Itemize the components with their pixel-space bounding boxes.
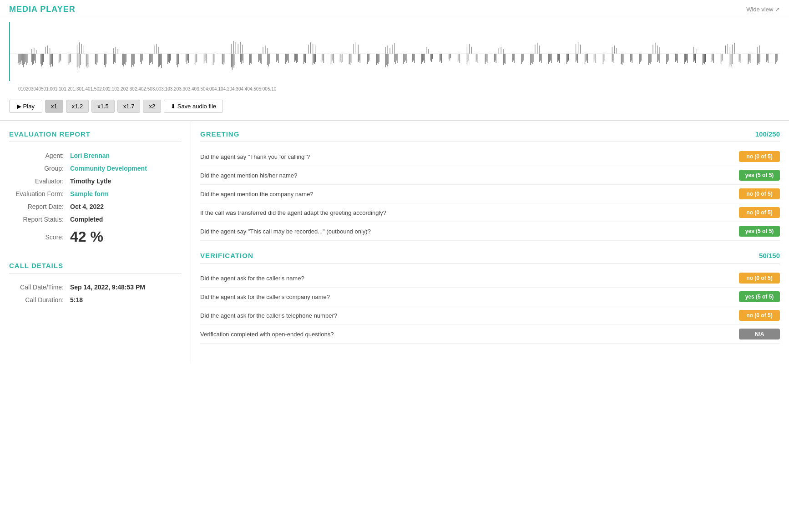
timeline-label: 4:00 [206, 86, 214, 91]
media-player-title: MEDIA PLAYER [9, 5, 76, 14]
timeline-label: 30 [31, 86, 36, 91]
timeline-label: 20 [26, 86, 31, 91]
media-player-header: MEDIA PLAYER Wide view ↗ [0, 0, 789, 17]
speed-x1-7-button[interactable]: x1.7 [117, 100, 141, 113]
timeline-label: 3:50 [197, 86, 205, 91]
waveform-svg [9, 22, 780, 86]
greeting-header: GREETING 100/250 [200, 130, 780, 142]
timeline-label: 3:00 [152, 86, 161, 91]
field-label: Call Date/Time: [9, 281, 68, 294]
playhead [9, 22, 10, 81]
table-row: Call Duration: 5:18 [9, 294, 182, 306]
evaluation-report-section: EVALUATION REPORT Agent: Lori Brennan Gr… [9, 130, 182, 248]
call-datetime-value: Sep 14, 2022, 9:48:53 PM [70, 284, 145, 291]
verification-q2: Did the agent ask for the caller's compa… [200, 288, 780, 306]
field-label: Call Duration: [9, 294, 68, 306]
table-row: Evaluation Form: Sample form [9, 187, 182, 200]
waveform-canvas[interactable] [9, 22, 780, 86]
field-label: Score: [9, 226, 68, 248]
verification-q2-badge: yes (5 of 5) [739, 291, 780, 302]
verification-q1-badge: no (0 of 5) [739, 273, 780, 284]
greeting-q5-text: Did the agent say "This call may be reco… [200, 228, 739, 235]
evaluator-value: Timothy Lytle [70, 177, 111, 185]
wide-view-link[interactable]: Wide view ↗ [746, 6, 780, 13]
field-label: Evaluator: [9, 175, 68, 187]
field-label: Agent: [9, 149, 68, 162]
verification-q1-text: Did the agent ask for the caller's name? [200, 275, 739, 282]
controls-bar: ▶ Play x1 x1.2 x1.5 x1.7 x2 ⬇ Save audio… [0, 95, 789, 121]
timeline-label: 1:50 [91, 86, 99, 91]
timeline-label: 4:50 [250, 86, 258, 91]
timeline-label: 2:10 [108, 86, 116, 91]
table-row: Report Status: Completed [9, 213, 182, 226]
speed-x2-button[interactable]: x2 [143, 100, 161, 113]
right-panel: GREETING 100/250 Did the agent say "Than… [191, 121, 789, 364]
field-label: Group: [9, 162, 68, 175]
table-row: Call Date/Time: Sep 14, 2022, 9:48:53 PM [9, 281, 182, 294]
report-date-value: Oct 4, 2022 [70, 203, 104, 210]
field-label: Report Date: [9, 200, 68, 213]
verification-q3-badge: no (0 of 5) [739, 310, 780, 321]
timeline-label: 5:10 [268, 86, 276, 91]
greeting-q2-badge: yes (5 of 5) [739, 170, 780, 181]
field-label: Evaluation Form: [9, 187, 68, 200]
speed-x1-5-button[interactable]: x1.5 [91, 100, 115, 113]
timeline-label: 1:20 [64, 86, 72, 91]
speed-x1-2-button[interactable]: x1.2 [66, 100, 89, 113]
evaluation-report-table: Agent: Lori Brennan Group: Community Dev… [9, 149, 182, 248]
timeline-label: 5:00 [258, 86, 267, 91]
verification-header: VERIFICATION 50/150 [200, 252, 780, 263]
greeting-q2-text: Did the agent mention his/her name? [200, 172, 739, 179]
save-audio-button[interactable]: ⬇ Save audio file [164, 100, 223, 113]
timeline-label: 3:40 [188, 86, 197, 91]
timeline-label: 40 [36, 86, 41, 91]
greeting-q3-badge: no (0 of 5) [739, 188, 780, 199]
left-panel: EVALUATION REPORT Agent: Lori Brennan Gr… [0, 121, 191, 364]
speed-x1-button[interactable]: x1 [45, 100, 63, 113]
report-status-value: Completed [70, 216, 103, 223]
timeline-label: 4:40 [241, 86, 250, 91]
verification-q4: Verification completed with open-ended q… [200, 325, 780, 344]
verification-q1: Did the agent ask for the caller's name?… [200, 269, 780, 288]
greeting-title: GREETING [200, 130, 239, 138]
call-details-title: CALL DETAILS [9, 262, 182, 274]
greeting-q5-badge: yes (5 of 5) [739, 226, 780, 237]
verification-q2-text: Did the agent ask for the caller's compa… [200, 294, 739, 300]
main-content: EVALUATION REPORT Agent: Lori Brennan Gr… [0, 121, 789, 364]
verification-section: VERIFICATION 50/150 Did the agent ask fo… [200, 252, 780, 344]
greeting-q4: If the call was transferred did the agen… [200, 203, 780, 222]
greeting-section: GREETING 100/250 Did the agent say "Than… [200, 130, 780, 241]
greeting-score: 100/250 [755, 130, 780, 138]
verification-q4-text: Verification completed with open-ended q… [200, 331, 739, 338]
timeline-label: 2:50 [143, 86, 152, 91]
greeting-q4-badge: no (0 of 5) [739, 207, 780, 218]
verification-score: 50/150 [759, 252, 780, 259]
timeline-label: 2:30 [126, 86, 134, 91]
greeting-q2: Did the agent mention his/her name? yes … [200, 166, 780, 185]
timeline-label: 4:30 [232, 86, 241, 91]
table-row: Agent: Lori Brennan [9, 149, 182, 162]
greeting-q1-text: Did the agent say "Thank you for calling… [200, 153, 739, 160]
timeline-label: 3:20 [170, 86, 179, 91]
timeline-label: 50 [41, 86, 46, 91]
eval-form-value[interactable]: Sample form [70, 190, 109, 198]
greeting-q5: Did the agent say "This call may be reco… [200, 222, 780, 241]
timeline-label: 4:20 [223, 86, 232, 91]
agent-value[interactable]: Lori Brennan [70, 152, 110, 159]
field-label: Report Status: [9, 213, 68, 226]
greeting-q1-badge: no (0 of 5) [739, 151, 780, 162]
timeline-label: 10 [21, 86, 26, 91]
timeline-label: 3:10 [161, 86, 170, 91]
score-value: 42 % [70, 228, 103, 245]
timeline-label: 3:30 [179, 86, 187, 91]
waveform-container[interactable]: 0 10 20 30 40 50 1:00 1:10 1:20 1:30 1:4… [0, 17, 789, 95]
group-value[interactable]: Community Development [70, 165, 147, 172]
play-button[interactable]: ▶ Play [9, 100, 42, 113]
greeting-q1: Did the agent say "Thank you for calling… [200, 147, 780, 166]
timeline-label: 1:10 [55, 86, 64, 91]
greeting-q4-text: If the call was transferred did the agen… [200, 209, 739, 216]
verification-q4-badge: N/A [739, 329, 780, 339]
call-details-table: Call Date/Time: Sep 14, 2022, 9:48:53 PM… [9, 281, 182, 306]
table-row: Group: Community Development [9, 162, 182, 175]
timeline-label: 2:20 [117, 86, 126, 91]
